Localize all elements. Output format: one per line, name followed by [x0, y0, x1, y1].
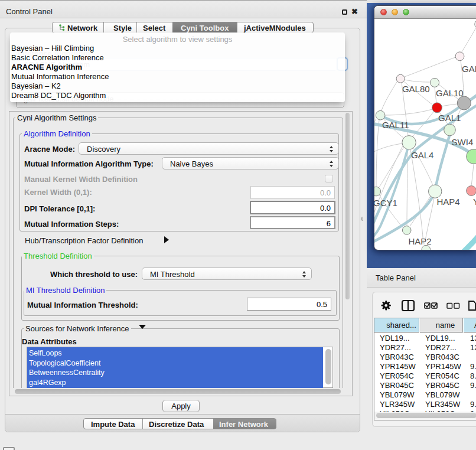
- svg-text:GAL11: GAL11: [382, 120, 409, 130]
- svg-text:GAL7: GAL7: [462, 64, 476, 74]
- svg-text:GAL1: GAL1: [438, 113, 461, 123]
- svg-text:SWI4: SWI4: [452, 137, 474, 147]
- svg-text:HAP2: HAP2: [409, 236, 432, 246]
- svg-text:HAP4: HAP4: [437, 197, 460, 207]
- svg-text:GCY1: GCY1: [374, 198, 397, 208]
- svg-text:GAL80: GAL80: [402, 84, 430, 94]
- svg-text:Y: Y: [473, 197, 476, 207]
- svg-text:GAL10: GAL10: [436, 88, 464, 98]
- svg-text:GAL4: GAL4: [411, 150, 433, 160]
